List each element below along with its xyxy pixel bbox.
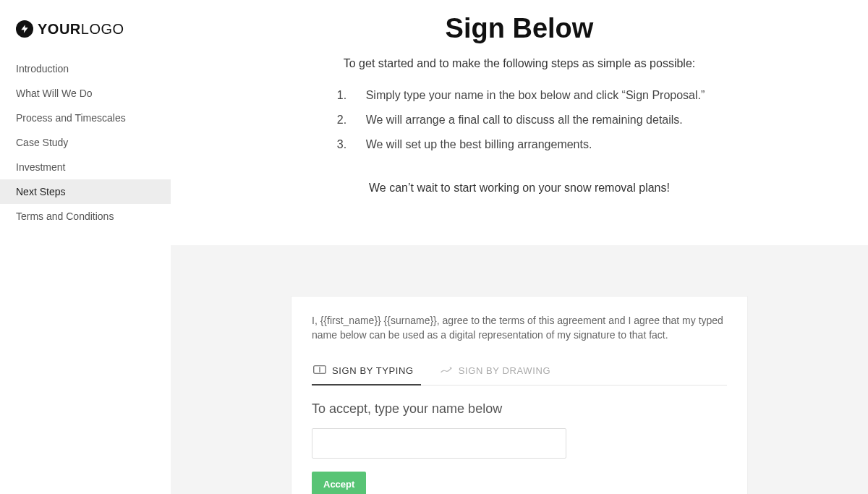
step-item: Simply type your name in the box below a… [350, 83, 705, 108]
sign-below-section: Sign Below To get started and to make th… [171, 0, 868, 245]
tab-sign-by-typing[interactable]: SIGN BY TYPING [312, 359, 421, 386]
nav-item-what-will-we-do[interactable]: What Will We Do [0, 81, 171, 106]
nav: Introduction What Will We Do Process and… [0, 56, 171, 229]
nav-item-next-steps[interactable]: Next Steps [0, 179, 171, 204]
step-item: We will arrange a final call to discuss … [350, 108, 705, 132]
keyboard-icon [313, 365, 326, 377]
logo: YOURLOGO [0, 16, 171, 56]
page-title: Sign Below [214, 13, 825, 44]
agreement-text: I, {{first_name}} {{surname}}, agree to … [312, 314, 727, 342]
tab-label: SIGN BY TYPING [332, 365, 414, 376]
logo-text-thin: LOGO [81, 21, 124, 37]
nav-item-terms-and-conditions[interactable]: Terms and Conditions [0, 204, 171, 229]
main-content: Sign Below To get started and to make th… [171, 0, 868, 494]
logo-text-bold: YOUR [38, 21, 81, 37]
sidebar: YOURLOGO Introduction What Will We Do Pr… [0, 0, 171, 494]
tab-label: SIGN BY DRAWING [459, 365, 550, 376]
accept-button[interactable]: Accept [312, 472, 366, 494]
signature-card: I, {{first_name}} {{surname}}, agree to … [291, 296, 748, 494]
intro-text: To get started and to make the following… [214, 57, 825, 70]
name-input[interactable] [312, 428, 566, 459]
steps-list: Simply type your name in the box below a… [334, 83, 705, 157]
nav-item-investment[interactable]: Investment [0, 155, 171, 179]
signature-tabs: SIGN BY TYPING SIGN BY DRAWING [312, 358, 727, 386]
tab-sign-by-drawing[interactable]: SIGN BY DRAWING [438, 359, 558, 386]
signature-section: I, {{first_name}} {{surname}}, agree to … [171, 245, 868, 494]
pen-icon [440, 365, 453, 377]
nav-item-case-study[interactable]: Case Study [0, 130, 171, 155]
nav-item-introduction[interactable]: Introduction [0, 56, 171, 81]
step-item: We will set up the best billing arrangem… [350, 132, 705, 157]
closing-text: We can’t wait to start working on your s… [214, 182, 825, 195]
logo-text: YOURLOGO [38, 21, 124, 38]
nav-item-process-and-timescales[interactable]: Process and Timescales [0, 106, 171, 130]
bolt-icon [16, 20, 33, 38]
instruction-text: To accept, type your name below [312, 401, 727, 417]
